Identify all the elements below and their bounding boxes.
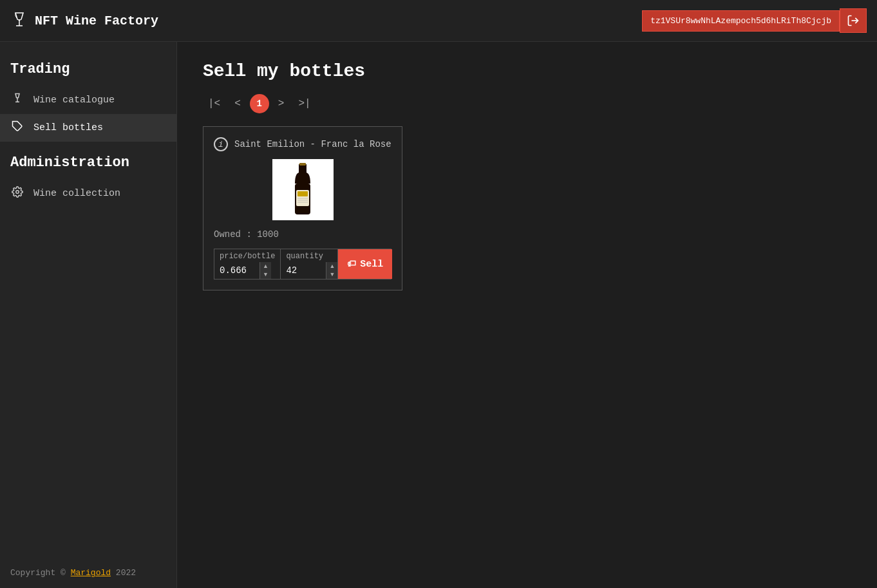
price-input-row: ▲ ▼ [214,262,280,279]
current-page-indicator: 1 [250,94,269,113]
wine-glass-icon [10,12,28,30]
first-page-button[interactable]: |< [203,95,225,112]
svg-rect-9 [299,163,306,166]
wine-name: Saint Emilion - Franc la Rose [234,139,391,149]
tag-icon [10,120,24,135]
wine-card: i Saint Emilion - Franc la Rose [203,126,402,290]
price-field: price/bottle ▲ ▼ [214,249,281,279]
quantity-decrement-button[interactable]: ▼ [326,270,337,279]
quantity-field: quantity ▲ ▼ [281,249,338,279]
sidebar-item-wine-catalogue[interactable]: Wine catalogue [0,86,176,114]
quantity-input-row: ▲ ▼ [281,262,337,279]
wine-owned-text: Owned : 1000 [214,229,391,240]
administration-section-title: Administration [0,148,176,180]
logout-button[interactable] [840,8,867,33]
sell-label: Sell [360,259,383,270]
last-page-button[interactable]: >| [293,95,316,112]
wine-card-header: i Saint Emilion - Franc la Rose [214,137,391,151]
svg-point-6 [16,191,19,194]
owned-value: 1000 [257,229,279,240]
sidebar-item-sell-bottles[interactable]: Sell bottles [0,114,176,142]
wine-collection-label: Wine collection [33,188,120,199]
wine-bottle-svg [283,161,322,219]
header: NFT Wine Factory tz1VSUr8wwNhLAzempoch5d… [0,0,877,42]
price-decrement-button[interactable]: ▼ [260,270,271,279]
price-spinner: ▲ ▼ [259,262,271,279]
prev-page-button[interactable]: < [229,95,246,112]
pagination: |< < 1 > >| [203,94,851,113]
wallet-address[interactable]: tz1VSUr8wwNhLAzempoch5d6hLRiTh8Cjcjb [642,10,840,32]
info-icon[interactable]: i [214,137,228,151]
price-input[interactable] [214,263,259,278]
sell-tag-icon: 🏷 [347,259,356,269]
logout-icon [847,14,860,27]
sell-bottles-label: Sell bottles [33,122,103,133]
content-area: Sell my bottles |< < 1 > >| i Saint Emil… [177,42,877,588]
gear-icon [10,186,24,201]
sidebar-item-wine-collection[interactable]: Wine collection [0,180,176,207]
next-page-button[interactable]: > [273,95,290,112]
wine-catalogue-label: Wine catalogue [33,95,115,106]
sell-button[interactable]: 🏷 Sell [338,249,392,279]
wine-form: price/bottle ▲ ▼ quantity ▲ [214,249,391,280]
quantity-label: quantity [281,249,337,262]
app-title: NFT Wine Factory [35,14,158,28]
sidebar-footer: Copyright © Marigold 2022 [0,558,176,588]
price-increment-button[interactable]: ▲ [260,262,271,270]
sidebar: Trading Wine catalogue Sell bottles [0,42,177,588]
price-label: price/bottle [214,249,280,262]
trading-section-title: Trading [0,55,176,86]
main-layout: Trading Wine catalogue Sell bottles [0,42,877,588]
quantity-input[interactable] [281,263,326,278]
quantity-spinner: ▲ ▼ [326,262,337,279]
wine-bottle-image [272,159,334,220]
wine-image-container [214,159,391,220]
svg-rect-11 [297,191,308,196]
app-logo: NFT Wine Factory [10,12,158,30]
quantity-increment-button[interactable]: ▲ [326,262,337,270]
wine-glass-icon [10,93,24,108]
marigold-link[interactable]: Marigold [71,568,111,578]
header-right: tz1VSUr8wwNhLAzempoch5d6hLRiTh8Cjcjb [642,8,867,33]
page-title: Sell my bottles [203,61,851,81]
